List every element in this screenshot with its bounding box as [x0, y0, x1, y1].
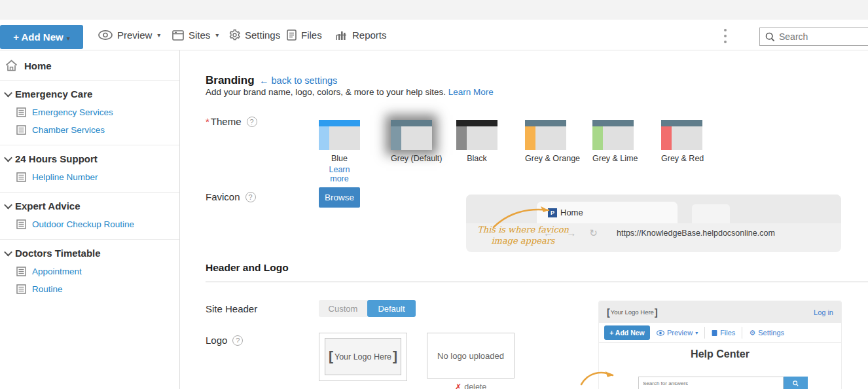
sidebar-section-doctors-timetable[interactable]: Doctors Timetable [0, 244, 179, 263]
chevron-down-icon [4, 248, 12, 257]
theme-option-label: Black [456, 154, 497, 163]
site-header-label: Site Header [206, 303, 257, 314]
theme-option-label: Grey & Lime [592, 154, 634, 163]
article-icon [16, 107, 26, 117]
preview-logo-text: Your Logo Here [611, 308, 654, 316]
preview-site-header: [ Your Logo Here ] Log in [599, 301, 841, 323]
eye-icon [98, 30, 113, 40]
sidebar-item-emergency-services[interactable]: Emergency Services [0, 103, 179, 121]
global-search [759, 28, 868, 46]
sidebar-item-appointment[interactable]: Appointment [0, 263, 179, 280]
bracket-left: [ [329, 349, 333, 363]
help-icon[interactable]: ? [247, 117, 257, 127]
description-text: Add your brand name, logo, colors, & mor… [206, 87, 446, 97]
required-asterisk: * [206, 116, 209, 127]
article-icon [16, 267, 26, 276]
sidebar-item-chamber-services[interactable]: Chamber Services [0, 121, 179, 139]
favicon-glyph: P [548, 208, 557, 217]
chevron-down-icon [4, 201, 12, 210]
add-new-label: + Add New [13, 31, 63, 43]
preview-help-center-title: Help Center [599, 348, 841, 360]
chevron-down-icon: ▾ [67, 35, 70, 42]
category-sidebar: Home Emergency Care Emergency Services C… [0, 50, 180, 389]
add-new-button[interactable]: + Add New ▾ [0, 25, 83, 49]
sidebar-section: Expert Advice Outdoor Checkup Routine [0, 193, 179, 240]
files-label: Files [301, 29, 322, 41]
toggle-default-button[interactable]: Default [367, 300, 416, 317]
article-icon [16, 125, 26, 135]
sidebar-section-expert-advice[interactable]: Expert Advice [0, 196, 179, 215]
chevron-down-icon [4, 154, 12, 162]
eye-icon [657, 330, 664, 336]
sidebar-section: Doctors Timetable Appointment Routine [0, 240, 179, 304]
logo-preview-box[interactable]: [ Your Logo Here ] [319, 333, 407, 381]
search-input[interactable] [779, 31, 851, 42]
file-icon [287, 29, 297, 41]
sites-menu[interactable]: Sites ▾ [172, 20, 219, 50]
article-icon [16, 219, 26, 229]
section-divider [206, 282, 868, 282]
browser-tab-title: Home [560, 208, 583, 217]
help-icon[interactable]: ? [232, 335, 243, 346]
gear-icon [229, 29, 240, 41]
toggle-custom-button[interactable]: Custom [319, 300, 367, 317]
theme-option-black[interactable]: Black [456, 120, 497, 163]
more-options-kebab-icon[interactable] [720, 28, 731, 44]
sidebar-home-label: Home [24, 60, 52, 71]
theme-option-grey-orange[interactable]: Grey & Orange [525, 120, 566, 163]
theme-option-blue[interactable]: Blue Learn more [319, 120, 360, 183]
site-header-field-label: Site Header [206, 303, 257, 314]
site-preview-mockup: [ Your Logo Here ] Log in + Add New Prev… [599, 301, 841, 389]
article-icon [16, 172, 26, 182]
article-label: Outdoor Checkup Routine [32, 219, 134, 229]
logo-delete-button[interactable]: ✗delete [427, 382, 515, 389]
site-header-toggle: Custom Default [319, 300, 416, 317]
sidebar-section: 24 Hours Support Helpline Number [0, 145, 179, 193]
delete-x-icon: ✗ [455, 382, 461, 389]
favicon-label: Favicon [206, 191, 240, 202]
theme-option-grey-default[interactable]: Grey (Default) [391, 120, 432, 163]
help-icon[interactable]: ? [245, 192, 256, 202]
chevron-down-icon [4, 89, 12, 98]
reports-label: Reports [352, 29, 387, 41]
sidebar-item-helpline-number[interactable]: Helpline Number [0, 168, 179, 186]
sidebar-item-outdoor-checkup-routine[interactable]: Outdoor Checkup Routine [0, 215, 179, 233]
favicon-annotation: This is where favicon image appears [474, 224, 572, 246]
search-icon [793, 380, 799, 386]
sidebar-item-home[interactable]: Home [0, 50, 179, 81]
page-title: Branding [206, 74, 255, 87]
article-label: Chamber Services [32, 125, 105, 135]
preview-label: Preview [117, 29, 152, 41]
back-to-settings-link[interactable]: ← back to settings [259, 75, 337, 86]
favicon-field-label: Favicon ? [206, 191, 256, 202]
theme-learn-more-link[interactable]: Learn more [319, 165, 360, 183]
bar-chart-icon [335, 30, 348, 41]
learn-more-link[interactable]: Learn More [448, 87, 494, 97]
reports-menu[interactable]: Reports [335, 20, 387, 50]
theme-field-label: *Theme ? [206, 116, 257, 127]
sidebar-section-24-hours-support[interactable]: 24 Hours Support [0, 149, 179, 168]
favicon-browse-button[interactable]: Browse [319, 187, 360, 208]
article-icon [16, 284, 26, 294]
article-label: Helpline Number [32, 172, 98, 182]
main-toolbar: + Add New ▾ Preview ▾ Sites ▾ Settings [0, 20, 868, 50]
bracket-right: ] [393, 349, 397, 363]
preview-menu[interactable]: Preview ▾ [98, 20, 160, 50]
sidebar-section-emergency-care[interactable]: Emergency Care [0, 84, 179, 103]
section-label: Doctors Timetable [15, 248, 101, 259]
theme-option-grey-lime[interactable]: Grey & Lime [592, 120, 634, 163]
article-label: Routine [32, 284, 63, 294]
preview-files-menu: Files [712, 329, 735, 337]
section-label: 24 Hours Support [15, 153, 98, 164]
theme-option-grey-red[interactable]: Grey & Red [661, 120, 702, 163]
article-label: Emergency Services [32, 107, 113, 117]
preview-preview-menu: Preview ▾ [657, 329, 698, 337]
files-menu[interactable]: Files [287, 20, 322, 50]
sidebar-item-routine[interactable]: Routine [0, 280, 179, 298]
branding-settings-panel: Branding ← back to settings Add your bra… [181, 50, 868, 389]
theme-option-label: Grey & Orange [525, 154, 566, 163]
preview-toolbar-divider [704, 327, 705, 339]
preview-search-input [638, 377, 784, 389]
settings-menu[interactable]: Settings [229, 20, 280, 50]
page-description: Add your brand name, logo, colors, & mor… [206, 87, 494, 97]
